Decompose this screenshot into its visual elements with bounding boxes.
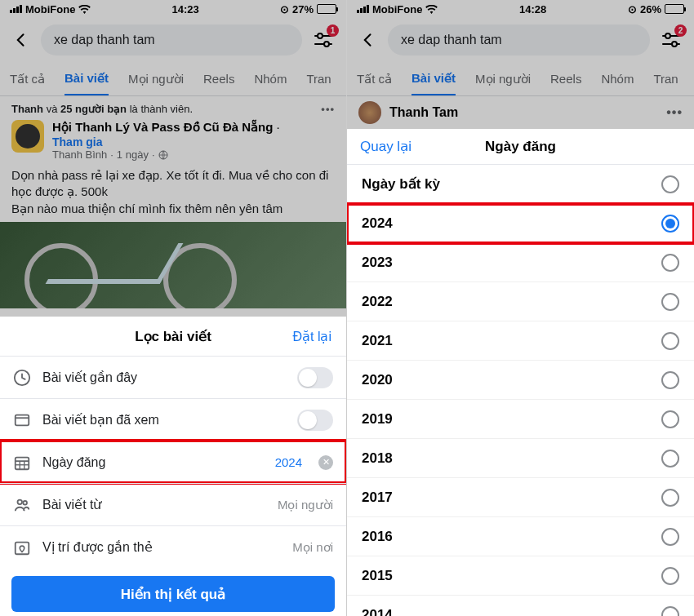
panel-left: MobiFone 14:23 ⊙ 27% xe dap thanh tam 1 … <box>0 0 347 616</box>
option-year-2014[interactable]: 2014 <box>347 596 694 616</box>
radio-icon <box>661 450 679 468</box>
clear-date-icon[interactable]: ✕ <box>318 455 333 470</box>
date-value: 2024 <box>275 455 302 469</box>
reset-button[interactable]: Đặt lại <box>292 329 331 344</box>
radio-icon <box>661 215 679 233</box>
svg-rect-6 <box>16 414 29 425</box>
sheet-title: Ngày đăng <box>485 139 556 155</box>
panel-right: MobiFone 14:28 ⊙ 26% xe dap thanh tam 2 … <box>347 0 694 616</box>
option-year-2016[interactable]: 2016 <box>347 517 694 556</box>
svg-rect-8 <box>16 457 29 469</box>
option-year-2022[interactable]: 2022 <box>347 282 694 321</box>
option-any-date[interactable]: Ngày bất kỳ <box>347 165 694 204</box>
calendar-icon <box>13 454 31 472</box>
option-year-2019[interactable]: 2019 <box>347 400 694 439</box>
toggle-seen[interactable] <box>297 410 333 431</box>
radio-icon <box>661 489 679 507</box>
option-year-2021[interactable]: 2021 <box>347 321 694 361</box>
filter-posts-from[interactable]: Bài viết từ Mọi người <box>0 483 346 525</box>
location-calendar-icon <box>13 538 31 556</box>
back-link[interactable]: Quay lại <box>360 138 412 155</box>
window-icon <box>13 411 31 429</box>
option-year-2017[interactable]: 2017 <box>347 478 694 517</box>
option-year-2018[interactable]: 2018 <box>347 439 694 478</box>
radio-icon <box>661 254 679 272</box>
toggle-recent[interactable] <box>297 367 333 388</box>
option-year-2024[interactable]: 2024 <box>347 204 694 243</box>
filter-tagged-location[interactable]: Vị trí được gắn thẻ Mọi nơi <box>0 525 346 568</box>
radio-icon <box>661 332 679 350</box>
from-value: Mọi người <box>278 498 333 512</box>
svg-point-13 <box>18 499 23 504</box>
radio-icon <box>661 528 679 546</box>
radio-icon <box>661 410 679 428</box>
dim-overlay <box>0 0 346 317</box>
people-icon <box>13 496 31 514</box>
sheet-title: Lọc bài viết <box>135 328 211 345</box>
filter-recent-posts[interactable]: Bài viết gần đây <box>0 356 346 398</box>
svg-point-14 <box>23 500 27 504</box>
radio-icon <box>661 371 679 389</box>
loc-value: Mọi nơi <box>292 540 333 555</box>
option-year-2023[interactable]: 2023 <box>347 243 694 282</box>
show-results-button[interactable]: Hiển thị kết quả <box>11 576 335 612</box>
radio-icon <box>661 567 679 585</box>
radio-icon <box>661 175 679 193</box>
filter-date-posted[interactable]: Ngày đăng 2024 ✕ <box>0 441 346 483</box>
option-year-2015[interactable]: 2015 <box>347 556 694 596</box>
date-sheet: Quay lại Ngày đăng Ngày bất kỳ 2024 2023… <box>347 129 694 616</box>
filter-sheet: Lọc bài viết Đặt lại Bài viết gần đây Bà… <box>0 317 346 616</box>
filter-seen-posts[interactable]: Bài viết bạn đã xem <box>0 398 346 441</box>
radio-icon <box>661 606 679 617</box>
option-year-2020[interactable]: 2020 <box>347 361 694 400</box>
clock-icon <box>13 369 31 387</box>
dim-overlay <box>347 0 694 129</box>
radio-icon <box>661 293 679 311</box>
